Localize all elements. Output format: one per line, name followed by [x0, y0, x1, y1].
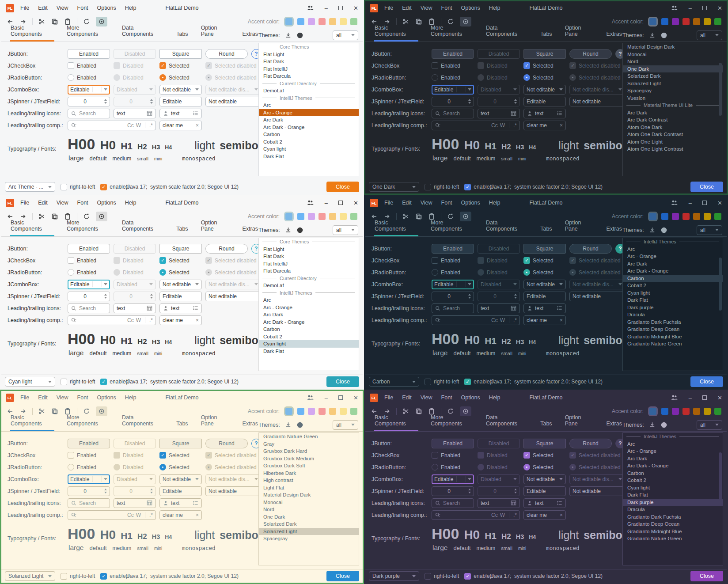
list-icon[interactable]	[556, 305, 563, 311]
theme-list-item[interactable]: Solarized Light	[259, 528, 359, 535]
spinner-buttons[interactable]	[104, 99, 107, 104]
refresh-icon[interactable]	[447, 18, 454, 25]
tab-more-components[interactable]: More Components	[66, 25, 110, 42]
theme-list-item[interactable]: Arc Dark	[623, 260, 723, 268]
close-window-button[interactable]: ✕	[717, 5, 722, 11]
checkbox-enabled[interactable]	[68, 452, 74, 459]
tab-extras[interactable]: Extras	[606, 421, 622, 431]
chevron-down-icon[interactable]	[559, 478, 563, 480]
menu-help[interactable]: Help	[489, 394, 501, 401]
enabled-button[interactable]: Enabled	[68, 49, 110, 59]
square-button[interactable]: Square	[159, 439, 202, 448]
tab-extras[interactable]: Extras	[242, 421, 258, 431]
github-icon[interactable]	[296, 227, 303, 234]
theme-list-item[interactable]: Arc - Orange	[259, 304, 359, 311]
search-with-options-input[interactable]: CcW.*	[68, 510, 156, 520]
tab-tabs[interactable]: Tabs	[176, 226, 188, 236]
theme-list-item[interactable]: Cyan light	[623, 289, 723, 297]
enabled-button[interactable]: Enabled	[432, 244, 474, 254]
close-window-button[interactable]: ✕	[717, 395, 722, 401]
theme-list-item[interactable]: Carbon	[259, 326, 359, 333]
tab-option-pane[interactable]: Option Pane	[201, 25, 230, 42]
minimize-button[interactable]: –	[689, 5, 692, 11]
theme-list-item[interactable]: Solarized Dark	[259, 520, 359, 528]
chevron-down-icon[interactable]	[559, 283, 563, 285]
copy-icon[interactable]	[415, 213, 422, 220]
theme-list-item[interactable]: Flat Light	[259, 246, 359, 253]
clear-icon[interactable]: ×	[196, 317, 199, 323]
maximize-button[interactable]	[702, 201, 707, 205]
tab-extras[interactable]: Extras	[242, 226, 258, 236]
match-case-toggle[interactable]: Cc	[491, 512, 498, 518]
spinner-buttons[interactable]	[104, 294, 107, 299]
theme-list-item[interactable]: Cyan light	[259, 145, 359, 153]
menu-font[interactable]: Font	[441, 5, 452, 11]
theme-list-item[interactable]: Atom One Dark Contrast	[623, 131, 723, 138]
regex-toggle[interactable]: .*	[513, 122, 517, 129]
square-button[interactable]: Square	[523, 439, 566, 448]
theme-list-item[interactable]: Arc Dark - Orange	[623, 462, 723, 470]
close-window-button[interactable]: ✕	[717, 200, 722, 206]
accent-swatch[interactable]	[297, 18, 304, 25]
list-icon[interactable]	[192, 110, 199, 117]
checkbox-selected[interactable]: ✓	[159, 62, 166, 69]
spinner-buttons[interactable]	[468, 489, 471, 493]
accent-swatch[interactable]	[318, 408, 326, 415]
clear-me-input[interactable]: clear me×	[159, 121, 202, 130]
github-icon[interactable]	[296, 32, 303, 39]
close-button[interactable]: Close	[690, 182, 723, 192]
radio-enabled[interactable]	[68, 74, 74, 81]
theme-list-item[interactable]: Cobalt 2	[623, 477, 723, 484]
accent-swatch[interactable]	[682, 213, 690, 220]
spinner-buttons[interactable]	[468, 294, 471, 299]
theme-list[interactable]: IntelliJ ThemesArcArc - OrangeArc DarkAr…	[622, 432, 723, 565]
users-icon[interactable]	[671, 199, 678, 206]
chevron-down-icon[interactable]	[195, 283, 199, 285]
clear-icon[interactable]: ×	[560, 122, 563, 129]
text-field-user-list[interactable]: text	[523, 303, 566, 313]
accent-swatch[interactable]	[329, 408, 336, 415]
cut-icon[interactable]	[402, 18, 410, 25]
tab-tabs[interactable]: Tabs	[540, 226, 552, 236]
theme-list-item[interactable]: Cobalt 2	[259, 333, 359, 341]
cut-icon[interactable]	[402, 408, 410, 415]
accent-swatch[interactable]	[350, 213, 357, 220]
checkbox-selected[interactable]: ✓	[523, 452, 530, 459]
radio-selected[interactable]	[523, 74, 530, 81]
tab-extras[interactable]: Extras	[606, 226, 622, 236]
paste-icon[interactable]	[428, 408, 435, 415]
radio-enabled[interactable]	[68, 464, 74, 470]
clear-me-input[interactable]: clear me×	[523, 510, 566, 520]
github-icon[interactable]	[296, 421, 303, 429]
search-with-options-input[interactable]: CcW.*	[68, 121, 156, 130]
close-button[interactable]: Close	[690, 571, 723, 581]
square-button[interactable]: Square	[523, 244, 566, 254]
right-to-left-checkbox[interactable]: right-to-left	[425, 379, 459, 385]
tab-basic-components[interactable]: Basic Components	[10, 25, 54, 42]
list-icon[interactable]	[556, 500, 563, 506]
theme-list-item[interactable]: Gradianto Nature Green	[623, 340, 723, 348]
clear-icon[interactable]: ×	[196, 122, 199, 129]
whole-words-toggle[interactable]: W	[500, 122, 505, 129]
forward-icon[interactable]	[383, 408, 391, 415]
square-button[interactable]: Square	[523, 49, 566, 59]
tab-more-components[interactable]: More Components	[66, 414, 110, 431]
theme-list-item[interactable]: Light Flat	[259, 484, 359, 492]
accent-swatch[interactable]	[649, 18, 656, 25]
round-button[interactable]: Round	[205, 49, 248, 59]
accent-swatch[interactable]	[329, 18, 336, 25]
search-dropdown-icon[interactable]	[71, 122, 77, 129]
menu-help[interactable]: Help	[125, 5, 136, 11]
text-field-table[interactable]: text	[478, 303, 520, 313]
users-icon[interactable]	[671, 394, 678, 401]
menu-view[interactable]: View	[421, 200, 432, 206]
right-to-left-checkbox[interactable]: right-to-left	[425, 184, 459, 190]
theme-list-item[interactable]: Flat IntelliJ	[259, 260, 359, 268]
tab-data-components[interactable]: Data Components	[485, 414, 528, 431]
search-dropdown-icon[interactable]	[71, 317, 77, 323]
menu-view[interactable]: View	[57, 200, 68, 206]
enabled-button[interactable]: Enabled	[432, 439, 474, 448]
checkbox-enabled[interactable]	[432, 452, 438, 459]
enabled-button[interactable]: Enabled	[432, 49, 474, 59]
not-editable-combobox[interactable]: Not editable	[523, 85, 566, 95]
